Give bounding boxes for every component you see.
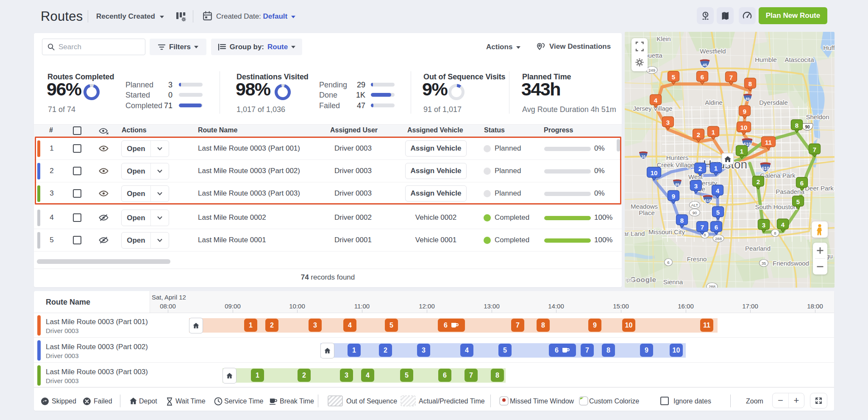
- svg-text:10: 10: [740, 124, 748, 131]
- svg-text:9: 9: [672, 193, 675, 200]
- svg-text:Pearland: Pearland: [745, 245, 771, 252]
- svg-text:35: 35: [762, 261, 766, 266]
- svg-text:3: 3: [762, 221, 765, 229]
- svg-text:ips: ips: [626, 277, 633, 283]
- svg-text:10: 10: [651, 169, 658, 176]
- svg-text:Galena Park: Galena Park: [760, 172, 796, 179]
- svg-text:Dyersdale: Dyersdale: [759, 99, 788, 106]
- svg-text:45: 45: [703, 62, 707, 67]
- svg-text:6: 6: [715, 224, 718, 231]
- svg-text:7: 7: [813, 146, 816, 153]
- svg-text:7: 7: [701, 224, 704, 231]
- svg-text:4: 4: [654, 97, 658, 104]
- svg-text:3: 3: [694, 182, 698, 190]
- svg-text:5: 5: [796, 198, 800, 205]
- svg-text:ALT: ALT: [691, 203, 698, 207]
- svg-text:Missouri City: Missouri City: [648, 228, 685, 235]
- svg-text:69: 69: [675, 182, 679, 187]
- svg-text:Klein: Klein: [657, 35, 670, 42]
- svg-text:Jersey Village: Jersey Village: [633, 105, 672, 112]
- svg-text:6: 6: [701, 73, 704, 81]
- svg-text:249: 249: [648, 68, 655, 73]
- svg-text:6: 6: [800, 179, 804, 187]
- svg-text:9: 9: [743, 108, 746, 115]
- svg-text:4: 4: [716, 187, 720, 194]
- svg-text:610: 610: [704, 198, 712, 203]
- svg-text:610: 610: [762, 166, 769, 171]
- svg-text:90: 90: [805, 125, 810, 129]
- svg-text:8: 8: [748, 80, 752, 87]
- svg-text:3: 3: [666, 119, 670, 126]
- svg-text:2: 2: [757, 178, 760, 185]
- svg-text:7: 7: [729, 74, 733, 81]
- svg-text:Sienna: Sienna: [663, 278, 683, 286]
- svg-text:Place: Place: [639, 209, 655, 216]
- svg-text:Fresno: Fresno: [687, 255, 707, 263]
- svg-text:1: 1: [740, 148, 743, 155]
- svg-text:8: 8: [680, 217, 684, 224]
- svg-text:1: 1: [714, 165, 718, 172]
- svg-text:69: 69: [746, 97, 750, 101]
- svg-text:Humble: Humble: [755, 56, 777, 63]
- svg-text:1: 1: [712, 129, 715, 136]
- svg-text:South Houston: South Houston: [755, 203, 797, 210]
- svg-text:Deer Park: Deer Park: [805, 185, 834, 192]
- svg-text:2: 2: [697, 131, 700, 138]
- svg-text:2: 2: [698, 165, 702, 172]
- svg-text:10: 10: [641, 154, 645, 159]
- svg-text:Atascocita: Atascocita: [785, 56, 814, 63]
- svg-text:Westfield: Westfield: [700, 48, 726, 55]
- svg-text:ar Land: ar Land: [625, 230, 645, 237]
- svg-text:288: 288: [715, 236, 722, 241]
- svg-text:4: 4: [781, 221, 785, 228]
- svg-text:Sheldon: Sheldon: [806, 113, 829, 120]
- svg-text:5: 5: [672, 73, 675, 81]
- svg-text:Aldine: Aldine: [705, 99, 723, 106]
- svg-text:8: 8: [795, 122, 798, 129]
- svg-text:Google: Google: [630, 276, 657, 284]
- svg-text:11: 11: [765, 139, 772, 146]
- svg-text:288: 288: [709, 284, 715, 288]
- svg-text:8: 8: [704, 232, 706, 237]
- svg-text:Friendswood: Friendswood: [773, 260, 809, 267]
- svg-text:Creek Village: Creek Village: [657, 161, 695, 168]
- svg-text:Huff: Huff: [823, 44, 835, 51]
- svg-text:8: 8: [774, 231, 776, 235]
- svg-text:90: 90: [693, 210, 697, 215]
- svg-text:Hunters: Hunters: [666, 154, 689, 161]
- svg-text:5: 5: [716, 209, 720, 216]
- svg-text:Pasadena: Pasadena: [776, 188, 804, 195]
- svg-text:6: 6: [667, 260, 669, 265]
